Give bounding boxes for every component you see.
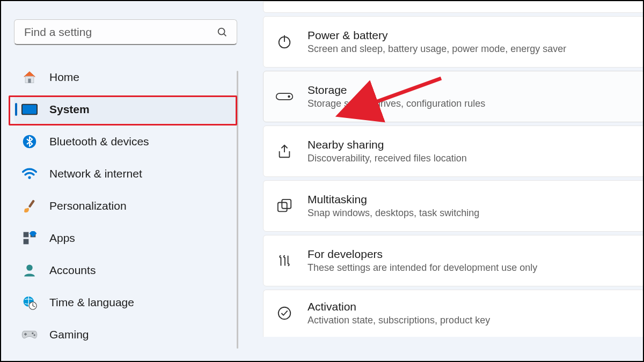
- system-icon: [21, 101, 38, 117]
- sidebar-item-label: Network & internet: [49, 167, 142, 180]
- svg-point-15: [32, 333, 33, 334]
- svg-point-23: [279, 307, 291, 320]
- sidebar-item-home[interactable]: Home: [14, 63, 237, 91]
- card-desc: Discoverability, received files location: [308, 152, 467, 165]
- clock-globe-icon: [21, 294, 38, 311]
- main-panel: Power & battery Screen and sleep, batter…: [241, 1, 643, 361]
- svg-rect-8: [24, 232, 29, 238]
- svg-point-0: [218, 28, 225, 34]
- sidebar-item-network[interactable]: Network & internet: [14, 160, 237, 188]
- sidebar-item-apps[interactable]: Apps: [14, 224, 237, 252]
- sidebar-item-time-language[interactable]: Time & language: [14, 289, 237, 316]
- svg-point-16: [34, 334, 35, 336]
- card-title: Nearby sharing: [308, 138, 467, 152]
- person-icon: [21, 262, 38, 278]
- card-desc: Activation state, subscriptions, product…: [308, 314, 490, 327]
- svg-point-6: [28, 176, 31, 179]
- svg-point-20: [288, 96, 290, 98]
- card-desc: Storage space, drives, configuration rul…: [308, 97, 485, 110]
- card-title: Activation: [308, 300, 490, 314]
- devtools-icon: [275, 252, 294, 270]
- card-activation[interactable]: Activation Activation state, subscriptio…: [263, 290, 643, 337]
- apps-icon: [21, 230, 38, 246]
- gamepad-icon: [21, 327, 38, 343]
- card-title: Multitasking: [308, 193, 479, 206]
- card-title: Storage: [308, 83, 485, 97]
- bluetooth-icon: [21, 134, 38, 150]
- sidebar-item-label: Gaming: [49, 328, 89, 341]
- share-icon: [275, 142, 294, 160]
- card-storage[interactable]: Storage Storage space, drives, configura…: [263, 71, 643, 122]
- windows-icon: [275, 197, 294, 215]
- check-circle-icon: [275, 304, 294, 322]
- card-multitasking[interactable]: Multitasking Snap windows, desktops, tas…: [263, 180, 643, 232]
- search-icon: [216, 26, 228, 38]
- search-box[interactable]: [14, 19, 237, 45]
- card-title: Power & battery: [308, 28, 566, 42]
- svg-line-1: [224, 33, 226, 35]
- sidebar-item-label: Bluetooth & devices: [49, 135, 149, 148]
- sidebar-item-personalization[interactable]: Personalization: [14, 192, 237, 220]
- svg-point-12: [26, 264, 32, 270]
- settings-card-list: Power & battery Screen and sleep, batter…: [263, 1, 643, 337]
- card-power-battery[interactable]: Power & battery Screen and sleep, batter…: [263, 16, 643, 68]
- power-icon: [275, 33, 294, 51]
- sidebar-item-system[interactable]: System: [14, 95, 237, 123]
- home-icon: [21, 69, 38, 85]
- card-title: For developers: [308, 247, 537, 261]
- card-desc: Snap windows, desktops, task switching: [308, 206, 479, 219]
- card-for-developers[interactable]: For developers These settings are intend…: [263, 235, 643, 286]
- sidebar-item-accounts[interactable]: Accounts: [14, 256, 237, 284]
- svg-rect-7: [28, 200, 35, 208]
- brush-icon: [21, 198, 38, 214]
- wifi-icon: [21, 166, 38, 182]
- search-input[interactable]: [23, 25, 216, 39]
- card-stub-top: [263, 1, 643, 13]
- sidebar-item-label: Home: [49, 71, 79, 84]
- svg-rect-10: [24, 239, 29, 245]
- card-nearby-sharing[interactable]: Nearby sharing Discoverability, received…: [263, 125, 643, 177]
- card-desc: These settings are intended for developm…: [308, 261, 537, 274]
- sidebar-item-label: System: [49, 103, 90, 116]
- sidebar-item-label: Personalization: [49, 200, 127, 212]
- svg-rect-3: [28, 79, 31, 83]
- sidebar-item-label: Apps: [49, 232, 75, 245]
- sidebar-item-label: Time & language: [49, 296, 134, 309]
- card-desc: Screen and sleep, battery usage, power m…: [308, 42, 566, 55]
- sidebar-item-label: Accounts: [49, 264, 96, 277]
- sidebar: Home System Bluetooth & devices: [1, 1, 241, 361]
- sidebar-nav: Home System Bluetooth & devices: [14, 63, 237, 353]
- drive-icon: [275, 87, 294, 106]
- sidebar-item-gaming[interactable]: Gaming: [14, 321, 237, 349]
- sidebar-item-bluetooth[interactable]: Bluetooth & devices: [14, 128, 237, 156]
- svg-rect-4: [22, 105, 37, 115]
